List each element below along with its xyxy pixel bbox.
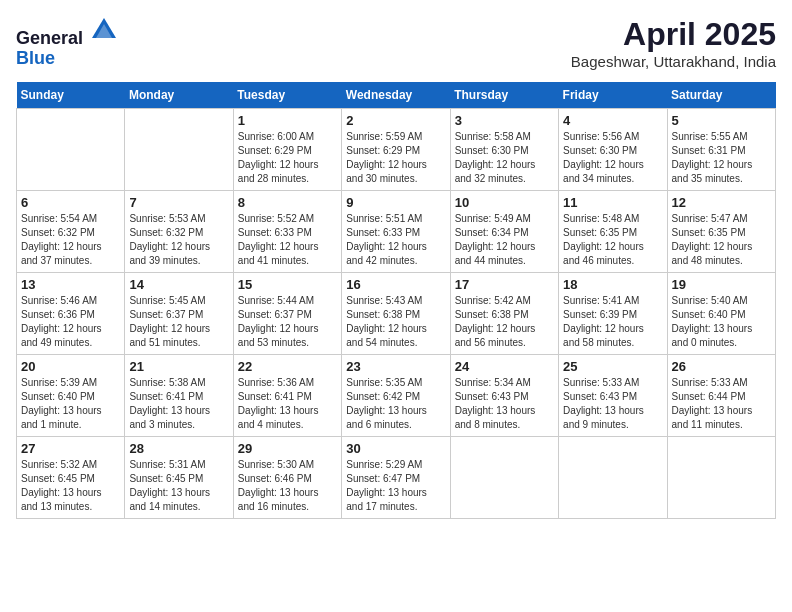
page-header: General Blue April 2025 Bageshwar, Uttar… (16, 16, 776, 70)
day-info: Sunrise: 6:00 AMSunset: 6:29 PMDaylight:… (238, 130, 337, 186)
week-row-3: 13Sunrise: 5:46 AMSunset: 6:36 PMDayligh… (17, 273, 776, 355)
logo-icon (90, 16, 118, 44)
day-info: Sunrise: 5:48 AMSunset: 6:35 PMDaylight:… (563, 212, 662, 268)
calendar-cell: 13Sunrise: 5:46 AMSunset: 6:36 PMDayligh… (17, 273, 125, 355)
day-info: Sunrise: 5:32 AMSunset: 6:45 PMDaylight:… (21, 458, 120, 514)
calendar-cell: 9Sunrise: 5:51 AMSunset: 6:33 PMDaylight… (342, 191, 450, 273)
day-info: Sunrise: 5:59 AMSunset: 6:29 PMDaylight:… (346, 130, 445, 186)
calendar-cell: 16Sunrise: 5:43 AMSunset: 6:38 PMDayligh… (342, 273, 450, 355)
day-number: 10 (455, 195, 554, 210)
day-number: 12 (672, 195, 771, 210)
logo-general: General (16, 28, 83, 48)
day-info: Sunrise: 5:31 AMSunset: 6:45 PMDaylight:… (129, 458, 228, 514)
day-info: Sunrise: 5:54 AMSunset: 6:32 PMDaylight:… (21, 212, 120, 268)
day-info: Sunrise: 5:40 AMSunset: 6:40 PMDaylight:… (672, 294, 771, 350)
day-header-sunday: Sunday (17, 82, 125, 109)
day-number: 6 (21, 195, 120, 210)
day-number: 3 (455, 113, 554, 128)
calendar-cell: 8Sunrise: 5:52 AMSunset: 6:33 PMDaylight… (233, 191, 341, 273)
day-info: Sunrise: 5:42 AMSunset: 6:38 PMDaylight:… (455, 294, 554, 350)
calendar-cell: 18Sunrise: 5:41 AMSunset: 6:39 PMDayligh… (559, 273, 667, 355)
day-header-saturday: Saturday (667, 82, 775, 109)
day-number: 15 (238, 277, 337, 292)
calendar-cell: 22Sunrise: 5:36 AMSunset: 6:41 PMDayligh… (233, 355, 341, 437)
calendar-cell: 3Sunrise: 5:58 AMSunset: 6:30 PMDaylight… (450, 109, 558, 191)
calendar-cell: 15Sunrise: 5:44 AMSunset: 6:37 PMDayligh… (233, 273, 341, 355)
day-info: Sunrise: 5:33 AMSunset: 6:43 PMDaylight:… (563, 376, 662, 432)
day-number: 30 (346, 441, 445, 456)
day-number: 11 (563, 195, 662, 210)
day-number: 24 (455, 359, 554, 374)
day-info: Sunrise: 5:46 AMSunset: 6:36 PMDaylight:… (21, 294, 120, 350)
day-info: Sunrise: 5:47 AMSunset: 6:35 PMDaylight:… (672, 212, 771, 268)
calendar-cell: 2Sunrise: 5:59 AMSunset: 6:29 PMDaylight… (342, 109, 450, 191)
calendar-cell: 7Sunrise: 5:53 AMSunset: 6:32 PMDaylight… (125, 191, 233, 273)
day-info: Sunrise: 5:35 AMSunset: 6:42 PMDaylight:… (346, 376, 445, 432)
calendar-cell: 20Sunrise: 5:39 AMSunset: 6:40 PMDayligh… (17, 355, 125, 437)
calendar-cell: 24Sunrise: 5:34 AMSunset: 6:43 PMDayligh… (450, 355, 558, 437)
day-header-tuesday: Tuesday (233, 82, 341, 109)
day-info: Sunrise: 5:33 AMSunset: 6:44 PMDaylight:… (672, 376, 771, 432)
day-info: Sunrise: 5:56 AMSunset: 6:30 PMDaylight:… (563, 130, 662, 186)
day-info: Sunrise: 5:41 AMSunset: 6:39 PMDaylight:… (563, 294, 662, 350)
calendar-header-row: SundayMondayTuesdayWednesdayThursdayFrid… (17, 82, 776, 109)
calendar-cell: 11Sunrise: 5:48 AMSunset: 6:35 PMDayligh… (559, 191, 667, 273)
calendar-cell: 30Sunrise: 5:29 AMSunset: 6:47 PMDayligh… (342, 437, 450, 519)
day-number: 19 (672, 277, 771, 292)
calendar-cell: 21Sunrise: 5:38 AMSunset: 6:41 PMDayligh… (125, 355, 233, 437)
calendar-cell: 25Sunrise: 5:33 AMSunset: 6:43 PMDayligh… (559, 355, 667, 437)
week-row-2: 6Sunrise: 5:54 AMSunset: 6:32 PMDaylight… (17, 191, 776, 273)
day-number: 23 (346, 359, 445, 374)
logo: General Blue (16, 16, 118, 69)
calendar-cell (17, 109, 125, 191)
calendar-cell (667, 437, 775, 519)
day-header-monday: Monday (125, 82, 233, 109)
day-info: Sunrise: 5:49 AMSunset: 6:34 PMDaylight:… (455, 212, 554, 268)
day-number: 29 (238, 441, 337, 456)
day-number: 8 (238, 195, 337, 210)
calendar-cell: 5Sunrise: 5:55 AMSunset: 6:31 PMDaylight… (667, 109, 775, 191)
day-number: 16 (346, 277, 445, 292)
calendar-cell: 14Sunrise: 5:45 AMSunset: 6:37 PMDayligh… (125, 273, 233, 355)
day-info: Sunrise: 5:36 AMSunset: 6:41 PMDaylight:… (238, 376, 337, 432)
calendar-cell: 12Sunrise: 5:47 AMSunset: 6:35 PMDayligh… (667, 191, 775, 273)
day-number: 4 (563, 113, 662, 128)
day-number: 13 (21, 277, 120, 292)
day-info: Sunrise: 5:53 AMSunset: 6:32 PMDaylight:… (129, 212, 228, 268)
calendar-cell: 4Sunrise: 5:56 AMSunset: 6:30 PMDaylight… (559, 109, 667, 191)
day-header-wednesday: Wednesday (342, 82, 450, 109)
day-info: Sunrise: 5:58 AMSunset: 6:30 PMDaylight:… (455, 130, 554, 186)
day-header-thursday: Thursday (450, 82, 558, 109)
day-info: Sunrise: 5:30 AMSunset: 6:46 PMDaylight:… (238, 458, 337, 514)
day-info: Sunrise: 5:44 AMSunset: 6:37 PMDaylight:… (238, 294, 337, 350)
day-number: 5 (672, 113, 771, 128)
calendar-table: SundayMondayTuesdayWednesdayThursdayFrid… (16, 82, 776, 519)
calendar-cell: 27Sunrise: 5:32 AMSunset: 6:45 PMDayligh… (17, 437, 125, 519)
day-info: Sunrise: 5:52 AMSunset: 6:33 PMDaylight:… (238, 212, 337, 268)
calendar-cell: 28Sunrise: 5:31 AMSunset: 6:45 PMDayligh… (125, 437, 233, 519)
logo-blue: Blue (16, 48, 55, 68)
day-number: 26 (672, 359, 771, 374)
day-info: Sunrise: 5:39 AMSunset: 6:40 PMDaylight:… (21, 376, 120, 432)
calendar-cell: 6Sunrise: 5:54 AMSunset: 6:32 PMDaylight… (17, 191, 125, 273)
title-area: April 2025 Bageshwar, Uttarakhand, India (571, 16, 776, 70)
calendar-cell: 17Sunrise: 5:42 AMSunset: 6:38 PMDayligh… (450, 273, 558, 355)
day-number: 2 (346, 113, 445, 128)
week-row-4: 20Sunrise: 5:39 AMSunset: 6:40 PMDayligh… (17, 355, 776, 437)
day-number: 22 (238, 359, 337, 374)
day-number: 28 (129, 441, 228, 456)
day-info: Sunrise: 5:29 AMSunset: 6:47 PMDaylight:… (346, 458, 445, 514)
calendar-cell (125, 109, 233, 191)
calendar-cell: 29Sunrise: 5:30 AMSunset: 6:46 PMDayligh… (233, 437, 341, 519)
day-number: 1 (238, 113, 337, 128)
day-number: 18 (563, 277, 662, 292)
day-number: 27 (21, 441, 120, 456)
day-number: 17 (455, 277, 554, 292)
calendar-cell: 10Sunrise: 5:49 AMSunset: 6:34 PMDayligh… (450, 191, 558, 273)
calendar-cell (559, 437, 667, 519)
day-info: Sunrise: 5:43 AMSunset: 6:38 PMDaylight:… (346, 294, 445, 350)
calendar-cell: 26Sunrise: 5:33 AMSunset: 6:44 PMDayligh… (667, 355, 775, 437)
month-title: April 2025 (571, 16, 776, 53)
day-info: Sunrise: 5:38 AMSunset: 6:41 PMDaylight:… (129, 376, 228, 432)
calendar-cell: 19Sunrise: 5:40 AMSunset: 6:40 PMDayligh… (667, 273, 775, 355)
